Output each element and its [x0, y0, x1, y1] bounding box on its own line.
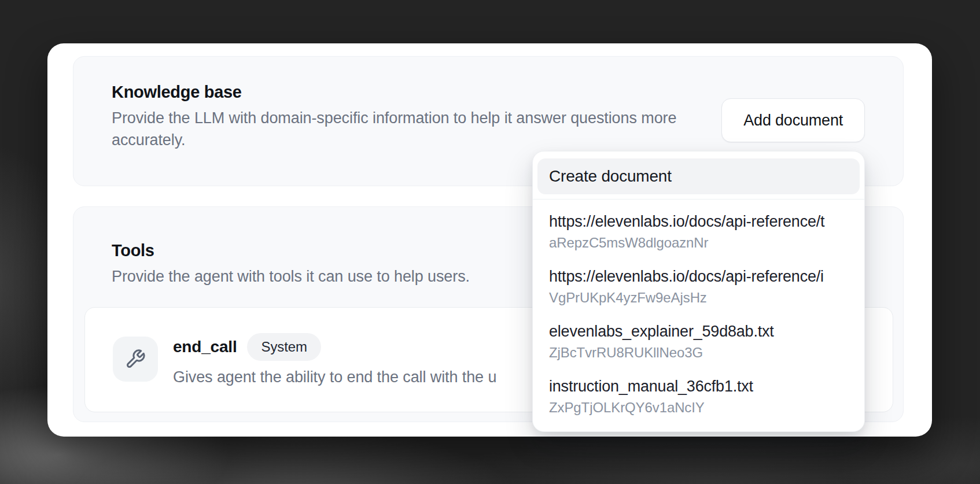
agent-settings-panel: Knowledge base Provide the LLM with doma…	[47, 43, 932, 437]
document-title: https://elevenlabs.io/docs/api-reference…	[549, 212, 864, 231]
wrench-icon	[125, 349, 146, 370]
knowledge-base-title: Knowledge base	[112, 81, 725, 103]
document-title: elevenlabs_explainer_59d8ab.txt	[549, 322, 864, 341]
add-document-menu: Create document https://elevenlabs.io/do…	[532, 151, 865, 432]
document-id: aRepzC5msW8dlgoaznNr	[549, 234, 864, 252]
page-background: Knowledge base Provide the LLM with doma…	[0, 0, 980, 484]
menu-item-document-1[interactable]: https://elevenlabs.io/docs/api-reference…	[533, 204, 864, 259]
document-title: instruction_manual_36cfb1.txt	[549, 376, 864, 396]
document-list: https://elevenlabs.io/docs/api-reference…	[533, 199, 864, 430]
system-badge: System	[247, 333, 320, 361]
document-title: https://elevenlabs.io/docs/api-reference…	[549, 267, 864, 286]
knowledge-base-text: Knowledge base Provide the LLM with doma…	[112, 81, 725, 151]
tool-icon-tile	[113, 337, 158, 382]
menu-item-document-2[interactable]: https://elevenlabs.io/docs/api-reference…	[533, 259, 864, 314]
document-id: ZjBcTvrRU8RUKllNeo3G	[549, 344, 864, 361]
document-id: VgPrUKpK4yzFw9eAjsHz	[549, 289, 864, 306]
tool-name: end_call	[173, 338, 237, 356]
document-id: ZxPgTjOLKrQY6v1aNcIY	[549, 399, 864, 416]
add-document-button[interactable]: Add document	[721, 98, 865, 142]
menu-item-document-4[interactable]: instruction_manual_36cfb1.txt ZxPgTjOLKr…	[533, 369, 864, 424]
menu-item-document-3[interactable]: elevenlabs_explainer_59d8ab.txt ZjBcTvrR…	[533, 314, 864, 369]
menu-item-create-document[interactable]: Create document	[537, 158, 860, 194]
knowledge-base-description: Provide the LLM with domain-specific inf…	[112, 107, 725, 151]
